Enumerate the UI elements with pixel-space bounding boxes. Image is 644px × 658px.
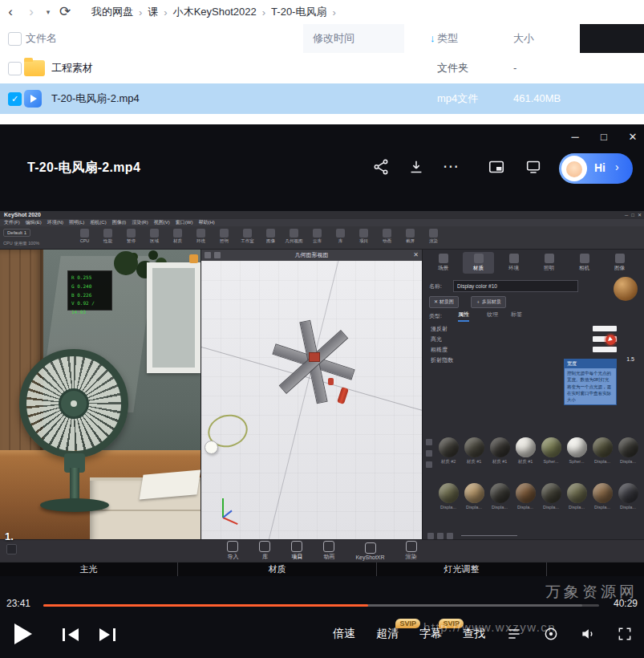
playlist-icon[interactable] [506,626,522,642]
render-region-icon [189,254,198,263]
next-button[interactable] [98,628,115,641]
geometry-viewport: 几何图形视图 ✕ [200,250,422,539]
close-icon[interactable]: ✕ [624,131,642,143]
material-sphere [593,437,613,457]
keyshot-tool-button: 几何视图 [283,228,305,244]
download-icon[interactable] [407,158,425,176]
keyshot-menubar: 文件(F)编辑(E)环境(N)照明(L)相机(C)图像(I)渲染(R)视图(V)… [0,219,644,226]
keyshot-tool-icon [336,229,345,238]
breadcrumb-item[interactable]: 小木KeyShot2022 [173,5,271,19]
dock-import: 导入 [225,541,240,561]
picture-in-picture-icon[interactable] [488,158,505,176]
keyshot-menu-item: 环境(N) [47,219,63,226]
speed-button[interactable]: 倍速 [333,627,355,641]
refresh-icon[interactable]: ⟳ [55,0,75,24]
keyshot-tool-button: 环境 [190,228,212,244]
previous-button[interactable] [63,628,80,641]
forward-icon[interactable]: › [21,0,42,24]
keyshot-tool-button: 项目 [353,228,375,244]
table-row[interactable]: 工程素材 文件夹 - [0,53,644,83]
minimize-icon[interactable]: ─ [566,131,584,143]
material-swatch: Displa... [615,437,641,465]
bookmark-marker: 1. [5,530,14,542]
select-all-checkbox[interactable] [8,32,22,46]
more-icon[interactable]: ⋯ [443,156,460,176]
tab-material: 材质 [463,252,494,274]
chapter-light-adjust[interactable]: 灯光调整 [377,563,547,576]
column-modified[interactable]: 修改时间 [313,24,354,53]
material-sphere [439,483,459,503]
keyshot-tool-button: 材质 [167,228,188,244]
subtitle-button[interactable]: 字幕SVIP [419,627,442,641]
bookmark-marker-icon [6,544,17,554]
play-button[interactable] [14,623,32,644]
viewport-header: 几何图形视图 ✕ [201,250,422,261]
column-size[interactable]: 大小 [513,24,534,53]
row-checkbox-checked[interactable]: ✓ [8,92,22,106]
duration: 40:29 [614,598,638,609]
cast-icon[interactable] [525,158,542,176]
column-name[interactable]: 文件名 [26,24,57,53]
share-icon[interactable] [372,158,390,176]
quality-button[interactable]: 超清SVIP [376,627,399,641]
keyshot-menu-item: 渲染(R) [132,219,148,226]
chapter-empty [547,563,644,576]
prop-roughness-swatch [593,347,617,352]
avatar-greeting: Hi [594,161,606,174]
keyshot-menu-item: 视图(V) [154,219,170,226]
chevron-right-icon: › [615,160,619,173]
chapter-main-light[interactable]: 主光 [0,563,178,576]
find-button[interactable]: 查找 [463,627,485,641]
material-swatch: Displa... [589,437,615,465]
table-row-selected[interactable]: ✓ T-20-电风扇-2.mp4 mp4文件 461.40MB [0,83,644,114]
breadcrumb-item[interactable]: 课 [148,5,172,19]
keyshot-tool-icon [266,229,275,238]
breadcrumb-item[interactable]: 我的网盘 [91,5,148,19]
material-swatch: Spher... [538,437,564,465]
keyshot-tool-icon [173,229,182,238]
picture-frame [147,262,200,373]
keyshot-close-icon: ✕ [638,213,642,217]
render-stats-overlay: R 0.255G 0.240B 0.226V 0.92 / 14.93 [67,270,112,311]
progress-bar[interactable] [43,604,599,607]
material-library-row: 材质 #2 材质 #1 材质 #1 材质 #1 Spher... [435,437,641,465]
volume-icon[interactable] [580,626,596,642]
chapter-material[interactable]: 材质 [178,563,377,576]
material-panel: 场景 材质 环境 照明 相机 图像 名称: Display color #10 … [422,250,644,539]
tooltip-body: 控制光源中每个光点的宽度。数值为0时灯光将变为一个点光源，需在实时窗口中查看实际… [565,368,616,404]
library-footer [427,528,639,537]
keyshot-preset-dropdown: Default 1 [3,229,30,237]
keyshot-tool-button: 库 [330,228,351,244]
keyshot-tool-button: 云库 [306,228,328,244]
material-swatch: Displa... [487,483,512,510]
video-frame[interactable]: KeyShot 2020 ─□✕ 文件(F)编辑(E)环境(N)照明(L)相机(… [0,211,644,562]
account-button[interactable]: Hi › [559,153,633,184]
video-player-window: ─ □ ✕ T-20-电风扇-2.mp4 ⋯ Hi › KeyShot 2020 [0,124,644,658]
material-sphere [439,437,459,457]
keyshot-maximize-icon: □ [631,213,634,217]
keyshot-tool-button: 动画 [376,228,398,244]
keyshot-tool-icon [429,229,438,238]
viewport-menu-icon [205,252,211,258]
maximize-icon[interactable]: □ [595,131,613,143]
panel-tabs: 场景 材质 环境 照明 相机 图像 [427,252,635,274]
material-sphere [541,437,561,457]
history-dropdown-icon[interactable]: ▾ [42,8,55,16]
file-name[interactable]: 工程素材 [51,53,93,83]
fan-head [19,349,128,458]
file-name[interactable]: T-20-电风扇-2.mp4 [51,83,140,114]
row-checkbox[interactable] [8,62,22,75]
fullscreen-icon[interactable] [617,626,633,642]
dock-library: 库 [257,541,272,561]
material-swatch: 材质 #1 [487,437,512,465]
viewport-grid-icon [214,252,221,258]
column-type[interactable]: 类型 [437,24,458,53]
breadcrumb-item[interactable]: T-20-电风扇 [271,5,342,19]
back-icon[interactable]: ‹ [0,0,21,24]
keyshot-tool-icon [196,229,205,238]
dock-project: 项目 [290,541,304,561]
keyshot-main: R 0.255G 0.240B 0.226V 0.92 / 14.93 几何图形… [0,250,644,539]
sort-desc-icon[interactable]: ↓ [430,24,435,53]
material-sphere [490,483,510,503]
record-icon[interactable] [543,626,559,642]
